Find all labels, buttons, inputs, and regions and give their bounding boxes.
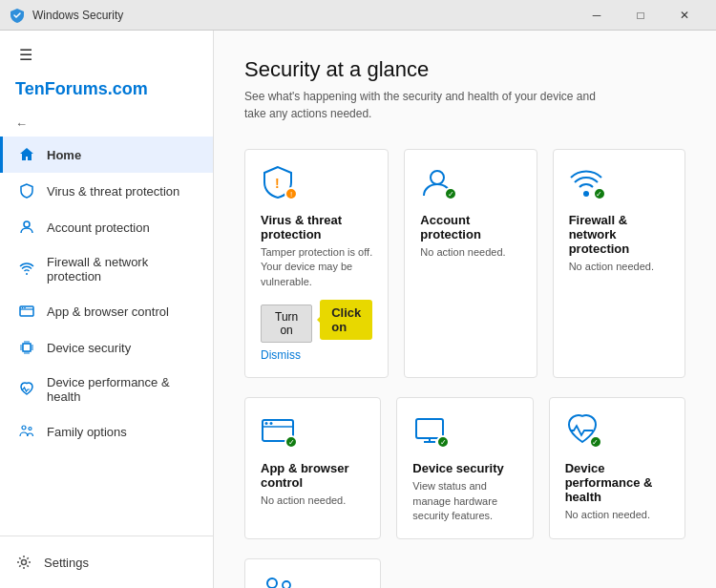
chip-icon — [18, 339, 35, 356]
svg-point-5 — [22, 426, 26, 430]
sidebar-item-performance-label: Device performance & health — [47, 375, 198, 404]
perf-card-title: Device performance & health — [565, 461, 669, 504]
svg-point-9 — [431, 171, 444, 184]
svg-point-12 — [265, 422, 268, 425]
heart-icon — [18, 381, 35, 398]
nav-back[interactable]: ← — [0, 111, 213, 136]
sidebar-item-account[interactable]: Account protection — [0, 209, 213, 245]
app-browser-card-icon: ✓ — [261, 413, 295, 448]
virus-status-dot: ! — [284, 187, 298, 200]
svg-point-6 — [29, 428, 32, 430]
app-card-title: App & browser control — [261, 461, 365, 490]
sidebar-item-app[interactable]: App & browser control — [0, 293, 213, 329]
virus-card-icon: ! ! — [261, 165, 295, 200]
card-account[interactable]: ✓ Account protection No action needed. — [404, 149, 537, 378]
virus-card-title: Virus & threat protection — [261, 213, 372, 242]
firewall-card-title: Firewall & network protection — [569, 213, 669, 256]
card-performance[interactable]: ✓ Device performance & health No action … — [549, 397, 685, 539]
app-status-dot: ✓ — [284, 435, 298, 449]
back-arrow-icon: ← — [15, 116, 28, 131]
card-device-security[interactable]: ✓ Device security View status and manage… — [396, 397, 533, 539]
sidebar-item-app-label: App & browser control — [47, 304, 169, 319]
app-container: ☰ TenForums.com ← Home Virus & threat pr… — [0, 31, 716, 588]
virus-btn-row: Turn on Click on — [261, 297, 372, 343]
card-virus[interactable]: ! ! Virus & threat protection Tamper pro… — [244, 149, 389, 378]
browser-icon — [18, 303, 35, 320]
performance-card-icon: ✓ — [565, 413, 600, 448]
card-firewall[interactable]: ✓ Firewall & network protection No actio… — [553, 149, 685, 378]
dismiss-link[interactable]: Dismiss — [261, 348, 372, 362]
shield-icon — [18, 182, 35, 200]
sidebar-item-home[interactable]: Home — [0, 136, 213, 173]
page-title: Security at a glance — [244, 57, 685, 82]
svg-text:!: ! — [275, 176, 280, 191]
cards-grid-row1: ! ! Virus & threat protection Tamper pro… — [244, 149, 685, 378]
maximize-button[interactable]: □ — [619, 0, 663, 31]
sidebar-item-virus[interactable]: Virus & threat protection — [0, 173, 213, 209]
sidebar-item-family-label: Family options — [47, 425, 127, 439]
hamburger-icon: ☰ — [19, 46, 32, 64]
settings-item[interactable]: Settings — [15, 548, 198, 577]
perf-status-dot: ✓ — [589, 435, 602, 449]
sidebar: ☰ TenForums.com ← Home Virus & threat pr… — [0, 31, 214, 588]
sidebar-item-home-label: Home — [47, 148, 81, 162]
svg-point-2 — [22, 307, 24, 309]
sidebar-item-firewall[interactable]: Firewall & network protection — [0, 245, 213, 293]
sidebar-item-account-label: Account protection — [47, 220, 150, 235]
main-content: Security at a glance See what's happenin… — [214, 31, 716, 588]
cards-grid-row3: Family options Manage how your family us… — [244, 558, 685, 588]
sidebar-item-performance[interactable]: Device performance & health — [0, 366, 213, 413]
titlebar-title: Windows Security — [32, 9, 123, 22]
svg-point-7 — [22, 560, 27, 565]
turn-on-button[interactable]: Turn on — [261, 304, 312, 343]
account-card-title: Account protection — [420, 213, 520, 242]
page-subtitle: See what's happening with the security a… — [244, 88, 607, 122]
svg-point-3 — [24, 307, 26, 309]
titlebar: Windows Security ─ □ ✕ — [0, 0, 716, 31]
card-family[interactable]: Family options Manage how your family us… — [244, 558, 381, 588]
account-card-icon: ✓ — [420, 165, 454, 200]
device-sec-status-dot: ✓ — [436, 435, 450, 449]
hamburger-button[interactable]: ☰ — [15, 42, 36, 68]
home-icon — [18, 146, 35, 163]
brand-logo: TenForums.com — [0, 75, 213, 111]
svg-point-15 — [267, 578, 277, 588]
sidebar-item-family[interactable]: Family options — [0, 413, 213, 450]
perf-card-desc: No action needed. — [565, 508, 669, 522]
close-button[interactable]: ✕ — [663, 0, 706, 31]
firewall-status-dot: ✓ — [593, 187, 606, 200]
device-security-card-icon: ✓ — [412, 413, 447, 448]
sidebar-footer: Settings — [0, 536, 213, 588]
firewall-card-desc: No action needed. — [569, 260, 669, 274]
svg-point-10 — [583, 191, 589, 197]
sidebar-item-device[interactable]: Device security — [0, 329, 213, 366]
device-sec-card-title: Device security — [412, 461, 516, 475]
account-status-dot: ✓ — [444, 187, 457, 200]
cards-grid-row2: ✓ App & browser control No action needed… — [244, 397, 685, 539]
sidebar-item-virus-label: Virus & threat protection — [47, 184, 179, 199]
sidebar-header: ☰ — [0, 31, 213, 75]
svg-point-0 — [24, 221, 30, 227]
click-tooltip: Click on — [320, 300, 372, 340]
app-icon — [10, 8, 25, 23]
svg-rect-4 — [23, 344, 31, 351]
sidebar-item-firewall-label: Firewall & network protection — [47, 255, 198, 284]
settings-label: Settings — [44, 556, 89, 570]
sidebar-item-device-label: Device security — [47, 341, 131, 355]
app-card-desc: No action needed. — [261, 494, 365, 508]
settings-icon — [15, 554, 32, 571]
account-card-desc: No action needed. — [420, 245, 520, 260]
firewall-card-icon: ✓ — [569, 165, 603, 200]
window-controls: ─ □ ✕ — [575, 0, 706, 31]
nav-items: Home Virus & threat protection Account p… — [0, 136, 213, 536]
family-icon — [18, 423, 35, 440]
minimize-button[interactable]: ─ — [575, 0, 619, 31]
wifi-icon — [18, 261, 35, 278]
svg-point-16 — [283, 581, 290, 588]
device-sec-card-desc: View status and manage hardware security… — [412, 479, 516, 523]
virus-card-desc: Tamper protection is off. Your device ma… — [261, 245, 372, 289]
card-app-browser[interactable]: ✓ App & browser control No action needed… — [244, 397, 381, 539]
svg-point-13 — [270, 422, 273, 425]
family-card-icon — [261, 575, 295, 588]
person-icon — [18, 219, 35, 236]
